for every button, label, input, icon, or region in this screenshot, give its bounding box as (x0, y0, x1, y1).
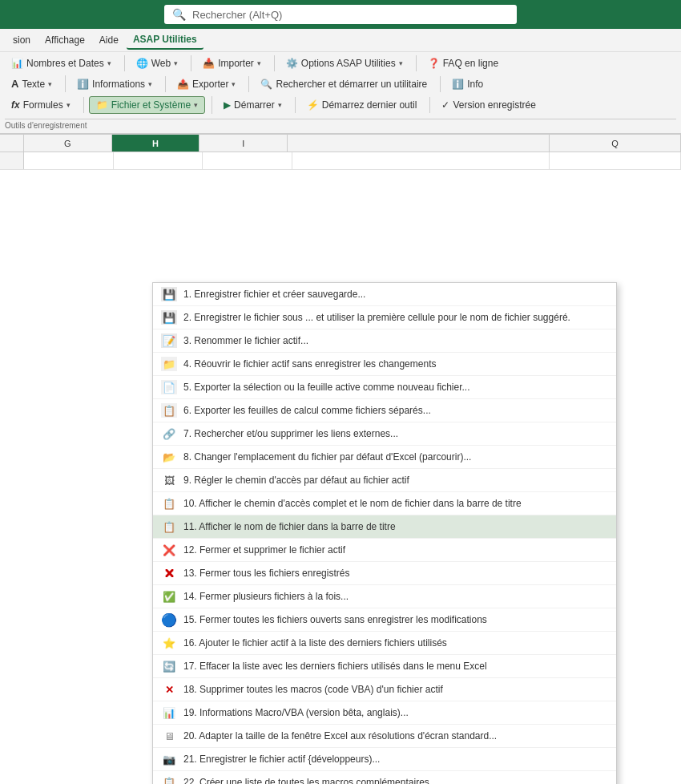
dropdown-item-7[interactable]: 🔗7. Rechercher et/ou supprimer les liens… (153, 422, 616, 446)
ribbon-texte-label: Texte (22, 79, 45, 90)
ribbon-btn-options[interactable]: ⚙️ Options ASAP Utilities ▾ (280, 55, 409, 71)
dropdown-item-icon-3: 📝 (161, 333, 177, 348)
dropdown-item-icon-1: 💾 (161, 287, 177, 301)
dropdown-item-text-9: 9. Régler le chemin d'accès par défaut a… (183, 475, 608, 486)
ribbon-btn-exporter[interactable]: 📤 Exporter ▾ (171, 76, 242, 92)
importer-icon: 📥 (203, 58, 215, 69)
col-empty (288, 135, 550, 152)
web-icon: 🌐 (136, 58, 148, 69)
ribbon-exporter-label: Exporter (192, 79, 228, 90)
dropdown-item-text-14: 14. Fermer plusieurs fichiers à la fois.… (183, 591, 608, 602)
ribbon-btn-demarrer[interactable]: ▶ Démarrer ▾ (217, 97, 288, 113)
dropdown-item-text-22: 22. Créer une liste de toutes les macros… (183, 777, 608, 784)
ribbon-btn-informations[interactable]: ℹ️ Informations ▾ (71, 76, 159, 92)
dropdown-item-11[interactable]: 📋11. Afficher le nom de fichier dans la … (153, 515, 616, 539)
info-icon: ℹ️ (452, 79, 464, 90)
dropdown-item-9[interactable]: 🖼9. Régler le chemin d'accès par défaut … (153, 469, 616, 492)
dropdown-item-15[interactable]: 🔵15. Fermer toutes les fichiers ouverts … (153, 608, 616, 632)
ribbon-btn-web[interactable]: 🌐 Web ▾ (130, 55, 184, 71)
menu-item-sion[interactable]: sion (6, 31, 37, 49)
dropdown-item-12[interactable]: ❌12. Fermer et supprimer le fichier acti… (153, 539, 616, 562)
col-i: I (199, 135, 288, 152)
menu-item-asap[interactable]: ASAP Utilities (127, 30, 203, 50)
dropdown-item-22[interactable]: 📋22. Créer une liste de toutes les macro… (153, 771, 616, 784)
section-label-outils: Outils d'enregistrement (5, 121, 103, 130)
ribbon-row2: A Texte ▾ ℹ️ Informations ▾ 📤 Exporter ▾… (5, 75, 676, 95)
ribbon-btn-faq[interactable]: ❓ FAQ en ligne (421, 55, 505, 71)
search-bar: 🔍 Rechercher (Alt+Q) (0, 0, 681, 29)
version-icon: ✓ (441, 99, 449, 111)
dropdown-item-17[interactable]: 🔄17. Effacer la liste avec les derniers … (153, 655, 616, 678)
dropdown-item-text-2: 2. Enregistrer le fichier sous ... et ut… (183, 312, 608, 323)
dropdown-item-icon-16: ⭐ (161, 636, 177, 650)
ribbon-btn-importer[interactable]: 📥 Importer ▾ (196, 55, 268, 71)
menu-item-aide[interactable]: Aide (93, 31, 125, 49)
ribbon-btn-info[interactable]: ℹ️ Info (445, 76, 490, 92)
ribbon-nombres-label: Nombres et Dates (26, 58, 104, 69)
dropdown-item-14[interactable]: ✅14. Fermer plusieurs fichiers à la fois… (153, 585, 616, 608)
search-input-wrapper[interactable]: 🔍 Rechercher (Alt+Q) (164, 5, 517, 24)
faq-icon: ❓ (428, 58, 440, 69)
ribbon-formules-label: Formules (23, 99, 63, 111)
dropdown-item-20[interactable]: 🖥20. Adapter la taille de la fenêtre Exc… (153, 725, 616, 748)
ribbon-btn-texte[interactable]: A Texte ▾ (5, 75, 58, 92)
dropdown-item-text-16: 16. Ajouter le fichier actif à la liste … (183, 637, 608, 649)
dropdown-item-1[interactable]: 💾1. Enregistrer fichier et créer sauvega… (153, 283, 616, 306)
dropdown-item-16[interactable]: ⭐16. Ajouter le fichier actif à la liste… (153, 632, 616, 655)
dropdown-item-19[interactable]: 📊19. Informations Macro/VBA (version bêt… (153, 701, 616, 725)
ribbon-web-label: Web (151, 58, 171, 69)
dropdown-item-text-15: 15. Fermer toutes les fichiers ouverts s… (183, 614, 608, 625)
ribbon-btn-nombres[interactable]: 📊 Nombres et Dates ▾ (5, 55, 118, 71)
grid-area: 💾1. Enregistrer fichier et créer sauvega… (0, 152, 681, 170)
dropdown-item-4[interactable]: 📁4. Réouvrir le fichier actif sans enreg… (153, 353, 616, 376)
dropdown-menu: 💾1. Enregistrer fichier et créer sauvega… (152, 282, 617, 784)
dropdown-item-2[interactable]: 💾2. Enregistrer le fichier sous ... et u… (153, 306, 616, 329)
importer-arrow-icon: ▾ (257, 59, 261, 67)
dropdown-item-text-1: 1. Enregistrer fichier et créer sauvegar… (183, 289, 608, 300)
dropdown-item-text-21: 21. Enregistrer le fichier actif {dévelo… (183, 754, 608, 765)
dropdown-item-13[interactable]: 🗙13. Fermer tous les fichiers enregistré… (153, 562, 616, 585)
ribbon-btn-version[interactable]: ✓ Version enregistrée (435, 97, 542, 113)
numbers-dates-icon: 📊 (11, 58, 23, 69)
col-h: H (112, 135, 200, 152)
dropdown-item-icon-13: 🗙 (161, 566, 177, 580)
menu-item-affichage[interactable]: Affichage (38, 31, 91, 49)
dropdown-item-text-7: 7. Rechercher et/ou supprimer les liens … (183, 428, 608, 439)
search-placeholder: Rechercher (Alt+Q) (192, 9, 282, 21)
ribbon-info-label: Info (467, 79, 483, 90)
ribbon-faq-label: FAQ en ligne (443, 58, 498, 69)
fichier-icon: 📁 (96, 99, 108, 111)
dropdown-item-text-20: 20. Adapter la taille de la fenêtre Exce… (183, 730, 608, 742)
dropdown-item-text-3: 3. Renommer le fichier actif... (183, 335, 608, 346)
ribbon-btn-formules[interactable]: fx Formules ▾ (5, 97, 77, 113)
demarrez-icon: ⚡ (307, 99, 319, 111)
dropdown-item-18[interactable]: ✕18. Supprimer toutes les macros (code V… (153, 678, 616, 701)
texte-arrow-icon: ▾ (48, 80, 52, 88)
dropdown-item-8[interactable]: 📂8. Changer l'emplacement du fichier par… (153, 446, 616, 469)
ribbon-btn-rechercher[interactable]: 🔍 Rechercher et démarrer un utilitaire (254, 76, 433, 92)
ribbon-btn-demarrez-dernier[interactable]: ⚡ Démarrez dernier outil (300, 97, 424, 113)
dropdown-item-6[interactable]: 📋6. Exporter les feuilles de calcul comm… (153, 399, 616, 422)
dropdown-item-text-8: 8. Changer l'emplacement du fichier par … (183, 451, 608, 463)
dropdown-item-icon-14: ✅ (161, 589, 177, 604)
dropdown-item-21[interactable]: 📷21. Enregistrer le fichier actif {dével… (153, 748, 616, 771)
ribbon-rechercher-label: Rechercher et démarrer un utilitaire (276, 79, 427, 90)
exporter-icon: 📤 (177, 79, 189, 90)
dropdown-item-text-17: 17. Effacer la liste avec les derniers f… (183, 661, 608, 672)
informations-icon: ℹ️ (77, 79, 89, 90)
ribbon-demarrer-label: Démarrer (234, 99, 275, 111)
options-arrow-icon: ▾ (399, 59, 403, 67)
dropdown-item-icon-22: 📋 (161, 775, 177, 784)
ribbon-row1: 📊 Nombres et Dates ▾ 🌐 Web ▾ 📥 Importer … (5, 55, 676, 74)
ribbon-demarrez-label: Démarrez dernier outil (322, 99, 417, 111)
web-arrow-icon: ▾ (174, 59, 178, 67)
dropdown-item-icon-10: 📋 (161, 496, 177, 511)
search-icon: 🔍 (172, 8, 186, 21)
dropdown-item-5[interactable]: 📄5. Exporter la sélection ou la feuille … (153, 376, 616, 399)
dropdown-item-text-5: 5. Exporter la sélection ou la feuille a… (183, 382, 608, 393)
dropdown-item-3[interactable]: 📝3. Renommer le fichier actif... (153, 329, 616, 353)
demarrer-icon: ▶ (224, 99, 231, 111)
informations-arrow-icon: ▾ (148, 80, 152, 88)
dropdown-item-10[interactable]: 📋10. Afficher le chemin d'accès complet … (153, 492, 616, 515)
ribbon-btn-fichier[interactable]: 📁 Fichier et Système ▾ (89, 96, 205, 114)
